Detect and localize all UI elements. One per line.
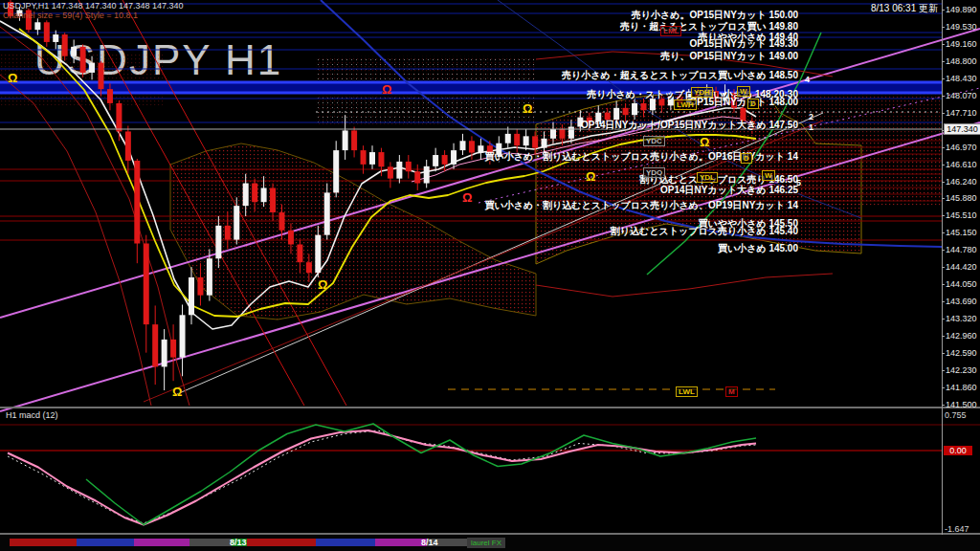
axis-tick [942, 96, 945, 97]
candle-body [116, 103, 122, 132]
indicator-scale-max: 0.755 [945, 410, 967, 420]
price-axis-label: 149.890 [946, 5, 977, 14]
candle-body [324, 192, 330, 234]
price-axis-label: 148.800 [946, 56, 977, 66]
level-label-box: YDL [697, 172, 718, 183]
axis-tick [942, 405, 945, 406]
price-axis-label: 143.320 [946, 314, 977, 323]
time-axis-strip[interactable]: laurel FX 8/138/14 [0, 535, 980, 551]
candle-body [215, 226, 221, 258]
mt4-chart-window: USDJPY H1 USDJPY,H1 147.348 147.340 147.… [0, 0, 980, 551]
candle-body [442, 155, 448, 165]
price-axis-label: 145.510 [946, 210, 977, 220]
axis-tick [942, 301, 945, 302]
macd-line-green [86, 424, 756, 525]
level-label-box: YDH [691, 87, 713, 98]
price-axis-label: 142.960 [946, 331, 977, 341]
omega-marker: Ω [523, 101, 532, 116]
candle-body [505, 134, 511, 143]
candle-body [388, 166, 393, 178]
trade-annotation: 売り小さめ・超えるとストップロス買い小さめ 148.50 [562, 69, 798, 82]
date-label: 8/13 [230, 538, 247, 547]
price-axis-label: 143.690 [946, 297, 977, 306]
candle-body [234, 206, 239, 239]
axis-tick [942, 78, 945, 79]
candle-body [99, 63, 104, 90]
level-label-box: M [725, 386, 738, 397]
price-axis-label: 149.530 [946, 22, 977, 32]
axis-tick [942, 267, 945, 268]
level-label-box: LWH [674, 99, 697, 110]
trade-annotation: OP14日NYカット/OP15日NYカット大きめ 147.50 [581, 119, 798, 132]
price-axis-label: 146.240 [946, 177, 977, 187]
axis-tick [942, 370, 945, 371]
level-label-box: LML [660, 26, 681, 36]
omega-marker: Ω [462, 190, 472, 205]
main-chart[interactable] [0, 0, 980, 551]
candle-body [451, 150, 457, 165]
axis-tick [942, 10, 945, 11]
count-marker: 4 [805, 75, 810, 84]
level-label-box: D [747, 99, 759, 109]
candle-body [424, 166, 430, 184]
candle-body [279, 212, 285, 231]
candle-body [34, 22, 40, 30]
candle-body [623, 108, 629, 115]
axis-tick [942, 284, 945, 285]
candle-body [315, 235, 321, 273]
price-axis-label: 141.860 [946, 383, 977, 392]
candle-body [270, 187, 276, 212]
candle-body [550, 129, 556, 139]
session-segment [77, 539, 134, 546]
candle-body [197, 277, 203, 296]
level-label-box: YDC [643, 136, 665, 146]
price-axis-label: 142.230 [946, 365, 977, 375]
trade-annotation: 割り込むとストップロス売り小さめ 145.40 [611, 225, 798, 238]
indicator-scale-min: -1.647 [945, 524, 969, 534]
omega-marker: Ω [586, 169, 595, 184]
ohlc-info: USDJPY,H1 147.348 147.340 147.348 147.34… [3, 1, 184, 11]
update-timestamp: 8/13 06:31 更新 [871, 2, 938, 15]
candle-body [152, 324, 158, 366]
axis-tick [942, 113, 945, 114]
candle-body [53, 34, 58, 42]
candle-body [297, 245, 302, 263]
count-marker: 2 [809, 112, 813, 121]
indicator-zero-tag: 0.00 [944, 446, 972, 455]
price-axis-label: 142.590 [946, 348, 977, 358]
axis-tick [942, 182, 945, 183]
session-segment [375, 539, 427, 546]
candle-body [243, 184, 249, 207]
candle-body [62, 34, 68, 56]
candle-body [396, 162, 402, 179]
axis-tick [942, 319, 945, 320]
candle-body [361, 150, 367, 165]
candle-body [559, 129, 565, 139]
trade-annotation: OP15日NYカット 149.30 [689, 37, 798, 51]
date-label: 8/14 [421, 538, 438, 547]
axis-tick [942, 147, 945, 148]
price-axis-label: 144.780 [946, 245, 977, 254]
current-price-tag: 147.340 [944, 123, 980, 135]
candle-body [641, 103, 647, 110]
axis-tick [942, 336, 945, 337]
candle-body [568, 127, 574, 139]
price-axis-label: 144.050 [946, 279, 977, 289]
level-label-box: LWL [676, 386, 698, 397]
candle-body [162, 340, 167, 367]
candle-body [134, 161, 140, 244]
omega-marker: Ω [172, 385, 182, 399]
axis-tick [942, 27, 945, 28]
axis-tick [942, 387, 945, 388]
candle-body [180, 315, 186, 357]
candle-body [170, 340, 176, 358]
price-axis-label: 149.160 [946, 39, 977, 49]
candle-body [433, 155, 438, 166]
price-axis-label: 146.970 [946, 143, 977, 152]
omega-marker: Ω [318, 277, 327, 292]
axis-tick [942, 198, 945, 199]
trade-annotation: 売り、OP15日NYカット 149.00 [660, 50, 798, 63]
session-segment [316, 539, 375, 546]
pane-separator [0, 407, 980, 408]
candle-body [378, 152, 384, 166]
